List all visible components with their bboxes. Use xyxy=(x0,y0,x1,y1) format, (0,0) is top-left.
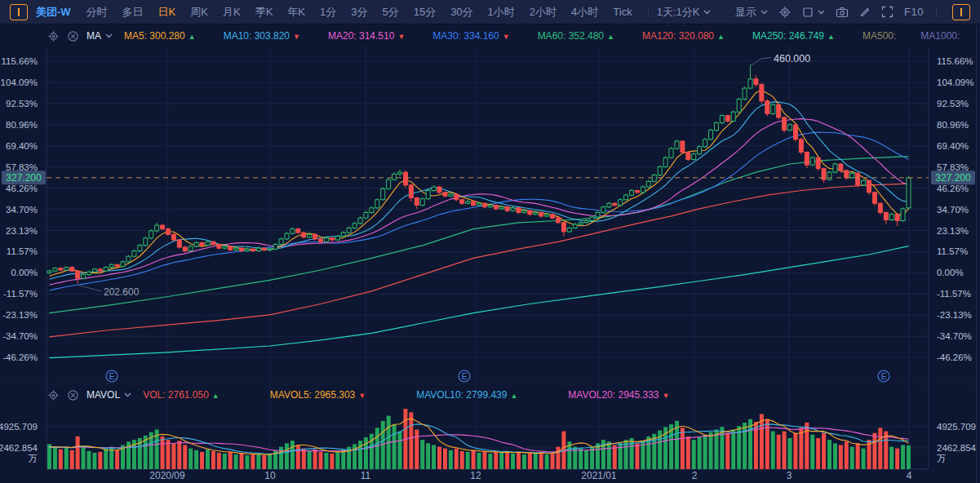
right-panel-toggle-icon[interactable] xyxy=(952,4,970,20)
volume-bar xyxy=(319,452,323,469)
settings-gear-icon[interactable] xyxy=(778,6,792,19)
indicator-value-mavol20[interactable]: MAVOL20: 2945.333▼ xyxy=(568,389,669,401)
volume-bar xyxy=(262,455,266,469)
indicator-value-ma10[interactable]: MA10: 303.820▼ xyxy=(224,30,300,42)
left-panel-toggle-icon[interactable] xyxy=(10,4,28,20)
volume-bar xyxy=(528,453,532,469)
volume-bar xyxy=(862,449,866,469)
indicator-inactive-ma1000[interactable]: MA1000: xyxy=(920,30,960,42)
period-tabs: 分时多日日K周K月K季K年K1分3分5分15分30分1小时2小时4小时Tick xyxy=(79,5,640,20)
percent-tick-left: -11.57% xyxy=(3,289,38,299)
indicator-close-icon[interactable] xyxy=(67,30,79,42)
volume-bar xyxy=(296,445,300,469)
volume-bar xyxy=(579,449,583,469)
period-tab-1小时[interactable]: 1小时 xyxy=(488,5,515,20)
indicator-value-ma250[interactable]: MA250: 246.749▲ xyxy=(752,30,835,42)
indicator-settings-gear-icon[interactable] xyxy=(47,389,60,401)
volume-bar xyxy=(223,454,227,469)
indicator-value-vol[interactable]: VOL: 2761.050▲ xyxy=(143,389,220,401)
event-marker-letter: E xyxy=(109,372,115,381)
candle-body xyxy=(731,112,735,121)
candle-body xyxy=(392,174,397,179)
period-tab-15分[interactable]: 15分 xyxy=(414,5,436,20)
volume-bar xyxy=(290,441,295,469)
period-tab-日K[interactable]: 日K xyxy=(158,5,176,20)
candle-body xyxy=(619,200,623,206)
indicator-inactive-ma500[interactable]: MA500: xyxy=(862,30,896,42)
low-annotation-pointer xyxy=(79,286,101,291)
candle-body xyxy=(234,248,238,250)
period-tab-Tick[interactable]: Tick xyxy=(613,6,632,18)
period-tab-季K[interactable]: 季K xyxy=(255,5,273,20)
volume-bar xyxy=(482,451,486,469)
volume-bar xyxy=(856,443,860,469)
candle-body xyxy=(370,208,374,213)
chart-canvas[interactable]: 327.200327.200115.66%115.66%104.09%104.0… xyxy=(0,0,980,483)
indicator-value-mavol10[interactable]: MAVOL10: 2799.439▲ xyxy=(416,389,517,401)
volume-bar xyxy=(720,427,724,469)
candle-body xyxy=(126,256,131,262)
indicator-value-ma30[interactable]: MA30: 334.160▼ xyxy=(432,30,509,42)
candle-body xyxy=(409,185,413,198)
indicator-value-ma60[interactable]: MA60: 352.480▲ xyxy=(538,30,614,42)
candle-body xyxy=(663,157,667,166)
vol-indicator-name[interactable]: MAVOL xyxy=(86,389,131,401)
period-tab-年K[interactable]: 年K xyxy=(287,5,305,20)
volume-bar xyxy=(375,428,379,469)
candle-body xyxy=(641,187,645,193)
candle-body xyxy=(70,268,74,271)
candle-body xyxy=(624,195,628,200)
layout-selector-button[interactable] xyxy=(802,7,825,18)
percent-tick-right: -34.70% xyxy=(937,331,972,341)
candle-body xyxy=(432,187,436,190)
ma-line-ma250 xyxy=(50,246,909,358)
f10-button[interactable]: F10 xyxy=(904,6,924,18)
percent-tick-left: -23.13% xyxy=(2,310,38,320)
candle-body xyxy=(850,173,854,178)
candle-body xyxy=(675,141,679,148)
candle-body xyxy=(240,248,244,250)
percent-tick-right: 23.13% xyxy=(937,226,969,236)
candle-body xyxy=(437,187,441,193)
candle-body xyxy=(92,269,96,272)
volume-bar xyxy=(324,453,328,469)
candle-body xyxy=(895,215,899,221)
period-tab-周K[interactable]: 周K xyxy=(190,5,208,20)
period-tab-分时[interactable]: 分时 xyxy=(86,5,108,20)
volume-bar xyxy=(635,443,639,469)
period-tab-30分[interactable]: 30分 xyxy=(450,5,472,20)
candle-body xyxy=(426,191,430,199)
candle-body xyxy=(330,238,334,240)
period-tab-4小时[interactable]: 4小时 xyxy=(571,5,598,20)
candle-body xyxy=(681,141,685,152)
period-tab-5分[interactable]: 5分 xyxy=(382,5,398,20)
indicator-value-ma20[interactable]: MA20: 314.510▼ xyxy=(328,30,405,42)
period-tab-多日[interactable]: 多日 xyxy=(122,5,144,20)
drawing-pencil-icon[interactable] xyxy=(859,7,871,18)
custom-period-selector[interactable]: 1天:1分K xyxy=(657,5,712,20)
symbol-name[interactable]: 美团-W xyxy=(36,5,71,20)
period-tab-1分[interactable]: 1分 xyxy=(320,5,336,20)
indicator-value-ma5[interactable]: MA5: 300.280▲ xyxy=(124,30,196,42)
candle-body xyxy=(341,233,345,236)
percent-tick-right: 69.40% xyxy=(937,141,969,151)
volume-bar xyxy=(76,436,80,469)
candle-body xyxy=(155,225,159,231)
period-tab-月K[interactable]: 月K xyxy=(223,5,241,20)
indicator-settings-gear-icon[interactable] xyxy=(47,30,60,42)
toolbar-right-group: 显示 xyxy=(735,4,980,20)
display-menu-button[interactable]: 显示 xyxy=(735,5,768,20)
indicator-value-mavol5[interactable]: MAVOL5: 2965.303▼ xyxy=(270,389,366,401)
period-tab-3分[interactable]: 3分 xyxy=(351,5,367,20)
percent-tick-left: 46.26% xyxy=(6,184,38,193)
volume-bar xyxy=(432,445,436,469)
indicator-close-icon[interactable] xyxy=(67,389,79,401)
indicator-value-ma120[interactable]: MA120: 320.080▲ xyxy=(642,30,725,42)
screenshot-camera-icon[interactable] xyxy=(836,7,849,18)
volume-bar xyxy=(466,452,470,469)
fullscreen-expand-icon[interactable] xyxy=(881,6,894,18)
candle-body xyxy=(816,157,820,168)
ma-indicator-name[interactable]: MA xyxy=(86,30,113,42)
period-tab-2小时[interactable]: 2小时 xyxy=(530,5,557,20)
candle-body xyxy=(545,215,549,216)
